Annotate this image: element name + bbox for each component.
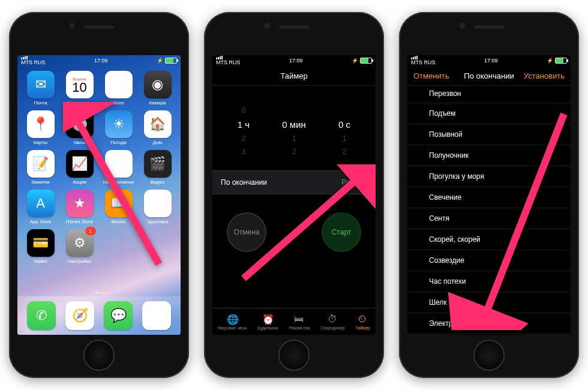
phone-sound-list: MTS RUS 17:09 ⚡ Отменить По окончании Ус… [399, 12, 579, 378]
list-item[interactable]: Перезвон [407, 86, 571, 103]
app-appstore[interactable]: AApp Store [22, 190, 59, 227]
bed-icon: 🛏 [294, 314, 305, 325]
tab-bedtime[interactable]: 🛏Режим сна [289, 314, 310, 330]
list-item[interactable]: Позывной [407, 124, 571, 145]
list-item-classic[interactable]: Классическ› [407, 334, 571, 335]
app-reminders[interactable]: ☑︎Напоминания [100, 150, 137, 187]
dock-phone[interactable]: ✆ [27, 301, 56, 330]
app-mail[interactable]: ✉︎Почта [22, 71, 59, 108]
hours-wheel[interactable]: 01 ч23 [218, 104, 268, 158]
chevron-right-icon: › [365, 178, 367, 187]
app-health[interactable]: ♥︎Здоровье [139, 190, 176, 227]
list-item[interactable]: Час потехи [407, 271, 571, 292]
tab-world-clock[interactable]: 🌐Мировые часы [218, 314, 247, 330]
dock-safari[interactable]: 🧭 [65, 301, 94, 330]
sound-list[interactable]: Перезвон Подъем Позывной Полуночник Прог… [407, 86, 571, 335]
dock-messages[interactable]: 💬 [104, 301, 133, 330]
nav-bar: Таймер [212, 66, 376, 86]
page-dots[interactable]: • ● • • [17, 289, 181, 296]
app-videos[interactable]: 🎬Видео [139, 150, 176, 187]
home-button[interactable] [473, 340, 505, 371]
phone-home: MTS RUS 17:09 ⚡ ✉︎Почта Вторник10Календа… [9, 12, 189, 378]
list-item[interactable]: Полуночник [407, 145, 571, 166]
app-home[interactable]: 🏠Дом [139, 110, 176, 148]
app-stocks[interactable]: 📈Акции [61, 150, 98, 187]
dock: ✆ 🧭 💬 ♫ [17, 296, 181, 335]
list-item[interactable]: Прогулка у моря [407, 166, 571, 187]
alarm-icon: ⏰ [262, 314, 273, 325]
when-timer-ends-row[interactable]: По окончании Радар› [212, 170, 376, 194]
home-screen: MTS RUS 17:09 ⚡ ✉︎Почта Вторник10Календа… [17, 55, 181, 335]
app-camera[interactable]: ◉Камера [139, 71, 176, 108]
phone-timer: MTS RUS 17:09 ⚡ Таймер 01 ч23 0 мин12 0 … [204, 12, 384, 378]
list-item[interactable]: Свечение [407, 187, 571, 208]
app-notes[interactable]: 📝Заметки [22, 150, 59, 187]
dock-music[interactable]: ♫ [142, 301, 171, 330]
tab-timer[interactable]: ⏲Таймер [356, 314, 370, 330]
sound-list-screen: MTS RUS 17:09 ⚡ Отменить По окончании Ус… [407, 55, 571, 335]
app-photos[interactable]: ❀Фото [100, 71, 137, 108]
app-clock[interactable]: 🕐Часы [61, 110, 98, 148]
list-item[interactable]: Созвездие [407, 250, 571, 271]
cancel-button[interactable]: Отмена [227, 212, 266, 252]
app-ibooks[interactable]: 📖iBooks [100, 190, 137, 227]
cancel-button[interactable]: Отменить [413, 71, 449, 80]
status-bar: MTS RUS 17:09 ⚡ [407, 55, 571, 66]
time-picker[interactable]: 01 ч23 0 мин12 0 с12 [212, 86, 376, 170]
app-maps[interactable]: 📍Карты [22, 110, 59, 148]
app-calendar[interactable]: Вторник10Календарь [61, 71, 98, 108]
app-settings[interactable]: ⚙︎1Настройки [61, 229, 98, 266]
home-button[interactable] [278, 340, 310, 371]
list-item[interactable]: Сентя [407, 208, 571, 229]
timer-icon: ⏲ [358, 314, 368, 325]
list-item[interactable]: Шелк [407, 292, 571, 313]
tab-alarm[interactable]: ⏰Будильник [257, 314, 278, 330]
timer-screen: MTS RUS 17:09 ⚡ Таймер 01 ч23 0 мин12 0 … [212, 55, 376, 335]
status-time: 17:09 [94, 58, 108, 64]
seconds-wheel[interactable]: 0 с12 [319, 104, 369, 158]
minutes-wheel[interactable]: 0 мин12 [269, 104, 319, 158]
app-grid: ✉︎Почта Вторник10Календарь ❀Фото ◉Камера… [17, 66, 181, 289]
app-wallet[interactable]: 💳Wallet [22, 229, 59, 266]
app-itunes[interactable]: ★iTunes Store [61, 190, 98, 227]
globe-icon: 🌐 [227, 314, 238, 325]
list-item[interactable]: Электросхема [407, 313, 571, 334]
nav-title: Таймер [280, 71, 307, 80]
tab-bar: 🌐Мировые часы ⏰Будильник 🛏Режим сна ⏱Сек… [212, 308, 376, 335]
nav-bar: Отменить По окончании Установить [407, 66, 571, 86]
list-item[interactable]: Подъем [407, 103, 571, 124]
status-bar: MTS RUS 17:09 ⚡ [212, 55, 376, 66]
home-button[interactable] [83, 340, 115, 371]
status-bar: MTS RUS 17:09 ⚡ [17, 55, 181, 66]
stopwatch-icon: ⏱ [328, 314, 338, 325]
list-item[interactable]: Скорей, скорей [407, 229, 571, 250]
set-button[interactable]: Установить [524, 71, 565, 80]
start-button[interactable]: Старт [322, 212, 361, 252]
tab-stopwatch[interactable]: ⏱Секундомер [320, 314, 344, 330]
app-weather[interactable]: ☀︎Погода [100, 110, 137, 148]
nav-title: По окончании [464, 71, 514, 80]
